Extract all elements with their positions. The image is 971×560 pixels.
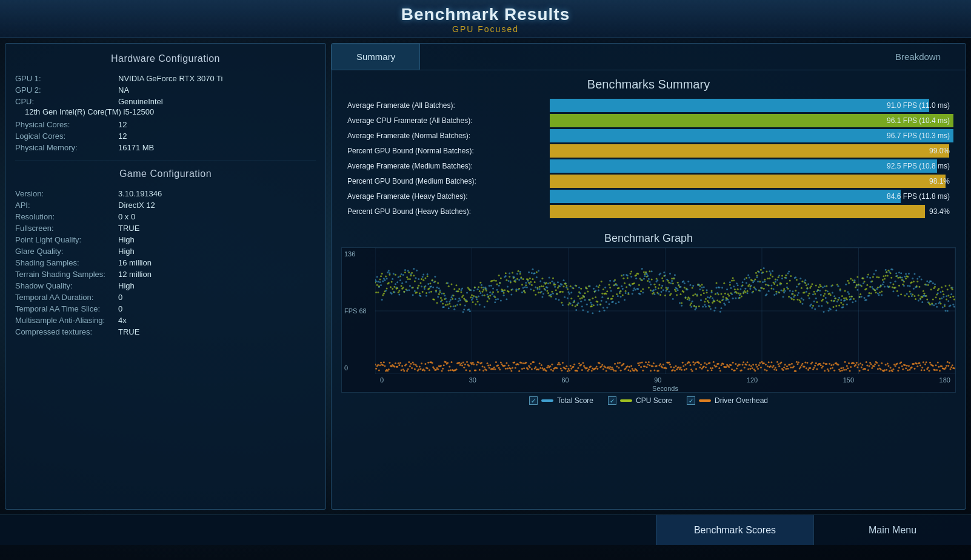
graph-section: Benchmark Graph 136 FPS 68 0 xyxy=(332,227,966,509)
msaa-row: Multisample Anti-Aliasing: 4x xyxy=(15,315,316,326)
version-row: Version: 3.10.191346 xyxy=(15,188,316,199)
shading-value: 16 million xyxy=(118,258,152,267)
graph-x-labels: 0 30 60 90 120 150 180 Seconds xyxy=(375,374,955,392)
api-row: API: DirectX 12 xyxy=(15,199,316,211)
header: Benchmark Results GPU Focused xyxy=(0,0,971,38)
legend-cpu-dot xyxy=(620,399,632,402)
bar-fill xyxy=(550,144,949,158)
x-label-30: 30 xyxy=(469,376,476,392)
page-subtitle: GPU Focused xyxy=(0,24,971,34)
x-axis-label: Seconds xyxy=(652,385,678,392)
bar-row: Percent GPU Bound (Heavy Batches):93.4% xyxy=(344,205,953,218)
bar-label: Average Framerate (Heavy Batches): xyxy=(344,191,550,202)
resolution-label: Resolution: xyxy=(15,212,118,221)
bar-container: 99.0% xyxy=(550,144,953,158)
tab-summary[interactable]: Summary xyxy=(332,44,420,70)
physical-cores-label: Physical Cores: xyxy=(15,120,118,129)
physical-memory-value: 16171 MB xyxy=(118,143,154,152)
left-panel: Hardware Configuration GPU 1: NVIDIA GeF… xyxy=(5,43,326,510)
bar-label: Average Framerate (Normal Batches): xyxy=(344,130,550,141)
compressed-value: TRUE xyxy=(118,327,139,336)
cpu-model: 12th Gen Intel(R) Core(TM) i5-12500 xyxy=(15,107,316,119)
shadow-label: Shadow Quality: xyxy=(15,281,118,290)
shading-row: Shading Samples: 16 million xyxy=(15,257,316,268)
bar-row: Average Framerate (Medium Batches):92.5 … xyxy=(344,159,953,173)
bar-value: 96.1 FPS (10.4 ms) xyxy=(887,116,950,125)
tab-bar: Summary Breakdown xyxy=(332,44,966,70)
physical-cores-value: 12 xyxy=(118,120,127,129)
cpu-value: GenuineIntel xyxy=(118,97,163,106)
gpu2-value: NA xyxy=(118,85,129,95)
logical-cores-value: 12 xyxy=(118,132,127,141)
bar-container: 91.0 FPS (11.0 ms) xyxy=(550,99,953,112)
temporal-aa-ts-row: Temporal AA Time Slice: 0 xyxy=(15,303,316,315)
legend-driver-overhead: ✓ Driver Overhead xyxy=(687,396,768,405)
shading-label: Shading Samples: xyxy=(15,258,118,267)
physical-cores-row: Physical Cores: 12 xyxy=(15,119,316,130)
physical-memory-row: Physical Memory: 16171 MB xyxy=(15,142,316,153)
resolution-value: 0 x 0 xyxy=(118,212,135,221)
logical-cores-row: Logical Cores: 12 xyxy=(15,130,316,142)
benchmarks-summary: Benchmarks Summary Average Framerate (Al… xyxy=(332,70,966,227)
temporal-aa-ts-label: Temporal AA Time Slice: xyxy=(15,304,118,313)
bar-fill xyxy=(550,99,929,112)
legend-total-checkbox[interactable]: ✓ xyxy=(529,396,538,405)
gpu2-row: GPU 2: NA xyxy=(15,84,316,96)
gpu1-value: NVIDIA GeForce RTX 3070 Ti xyxy=(118,74,222,83)
point-light-value: High xyxy=(118,235,135,244)
msaa-value: 4x xyxy=(118,316,127,325)
main-menu-button[interactable]: Main Menu xyxy=(813,515,971,545)
bar-value: 98.1% xyxy=(929,177,950,185)
bar-fill xyxy=(550,190,901,203)
bar-row: Average Framerate (All Batches):91.0 FPS… xyxy=(344,99,953,112)
shadow-value: High xyxy=(118,281,135,290)
point-light-label: Point Light Quality: xyxy=(15,235,118,244)
bar-label: Average Framerate (Medium Batches): xyxy=(344,161,550,172)
benchmark-scores-button[interactable]: Benchmark Scores xyxy=(656,515,813,545)
physical-memory-label: Physical Memory: xyxy=(15,143,118,152)
graph-title: Benchmark Graph xyxy=(341,232,956,245)
temporal-aa-ts-value: 0 xyxy=(118,304,122,313)
bar-row: Percent GPU Bound (Medium Batches):98.1% xyxy=(344,175,953,188)
x-label-180: 180 xyxy=(939,376,950,392)
legend-total-dot xyxy=(541,399,553,402)
bar-row: Average CPU Framerate (All Batches):96.1… xyxy=(344,114,953,127)
version-value: 3.10.191346 xyxy=(118,189,162,198)
temporal-aa-label: Temporal AA Duration: xyxy=(15,293,118,302)
graph-y-max: 136 xyxy=(344,250,373,258)
bar-value: 92.5 FPS (10.8 ms) xyxy=(887,162,950,170)
bar-fill xyxy=(550,175,946,188)
tab-breakdown[interactable]: Breakdown xyxy=(870,44,966,70)
glare-value: High xyxy=(118,247,135,256)
temporal-aa-row: Temporal AA Duration: 0 xyxy=(15,292,316,303)
bar-label: Percent GPU Bound (Normal Batches): xyxy=(344,145,550,156)
graph-y-labels: 136 FPS 68 0 xyxy=(342,248,375,374)
legend-cpu-checkbox[interactable]: ✓ xyxy=(608,396,616,405)
bar-container: 96.1 FPS (10.4 ms) xyxy=(550,114,953,127)
bar-fill xyxy=(550,159,937,173)
legend-driver-checkbox[interactable]: ✓ xyxy=(687,396,695,405)
legend-driver-label: Driver Overhead xyxy=(715,396,768,405)
bar-label: Percent GPU Bound (Heavy Batches): xyxy=(344,206,550,217)
bar-fill xyxy=(550,205,925,218)
bar-row: Average Framerate (Normal Batches):96.7 … xyxy=(344,129,953,142)
bar-value: 96.7 FPS (10.3 ms) xyxy=(887,132,950,140)
graph-area: 136 FPS 68 0 xyxy=(341,247,956,393)
bar-value: 84.6 FPS (11.8 ms) xyxy=(887,192,950,201)
compressed-label: Compressed textures: xyxy=(15,327,118,336)
point-light-row: Point Light Quality: High xyxy=(15,234,316,245)
bottom-bar: Benchmark Scores Main Menu xyxy=(0,515,971,545)
fullscreen-row: Fullscreen: TRUE xyxy=(15,222,316,234)
graph-content xyxy=(375,248,955,374)
x-label-120: 120 xyxy=(747,376,758,392)
bar-container: 92.5 FPS (10.8 ms) xyxy=(550,159,953,173)
bar-label: Average CPU Framerate (All Batches): xyxy=(344,115,550,126)
right-panel: Summary Breakdown Benchmarks Summary Ave… xyxy=(331,43,966,510)
cpu-label: CPU: xyxy=(15,97,118,106)
hardware-title: Hardware Configuration xyxy=(15,53,316,64)
bar-container: 93.4% xyxy=(550,205,953,218)
x-label-150: 150 xyxy=(843,376,854,392)
logical-cores-label: Logical Cores: xyxy=(15,132,118,141)
game-title: Game Configuration xyxy=(15,168,316,179)
terrain-value: 12 million xyxy=(118,270,152,279)
